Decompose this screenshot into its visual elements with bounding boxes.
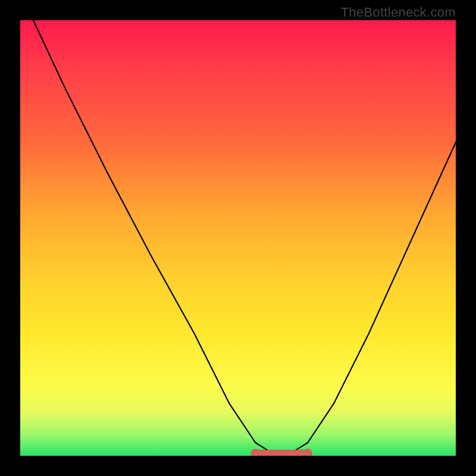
watermark-text: TheBottleneck.com bbox=[341, 5, 456, 20]
curve-layer bbox=[20, 20, 456, 456]
plot-area bbox=[20, 20, 456, 456]
chart-frame: TheBottleneck.com bbox=[0, 0, 476, 476]
bottleneck-curve bbox=[33, 20, 456, 453]
